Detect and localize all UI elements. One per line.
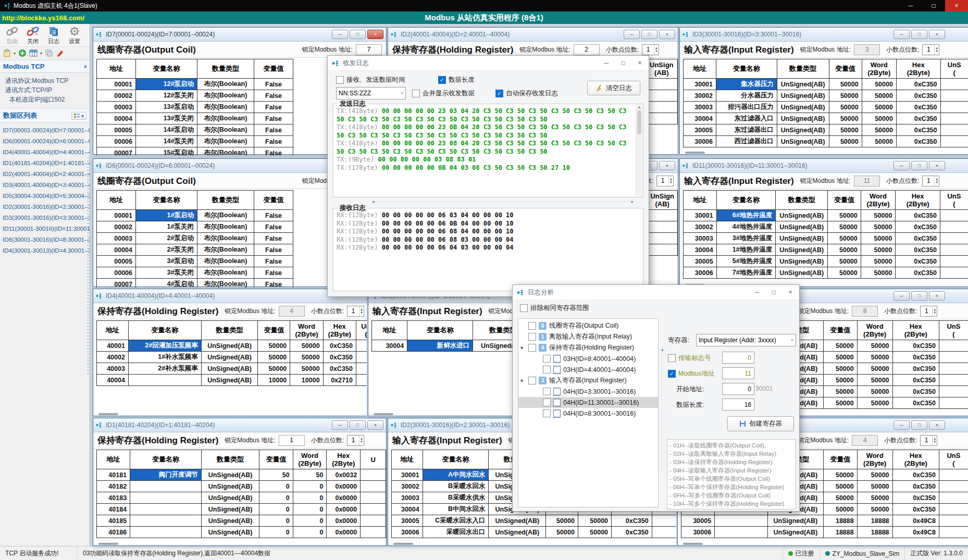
table-cell[interactable] bbox=[939, 481, 968, 492]
table-cell[interactable]: 30001 bbox=[684, 79, 716, 90]
table-cell[interactable] bbox=[939, 363, 968, 375]
table-cell[interactable]: 30005 bbox=[684, 125, 716, 136]
table-cell[interactable]: 00005 bbox=[97, 125, 136, 136]
data-area-item[interactable]: ID2(30001-30016)(ID=2:30001--30016) bbox=[1, 202, 90, 213]
column-header[interactable]: 变量值 bbox=[258, 321, 290, 340]
table-cell[interactable] bbox=[130, 504, 202, 515]
table-cell[interactable]: 0xC350 bbox=[323, 352, 356, 363]
table-cell[interactable]: False bbox=[254, 125, 293, 136]
dialog-titlebar[interactable]: 日志分析 ─□× bbox=[513, 285, 799, 300]
lock-address-value[interactable]: 7 bbox=[356, 44, 382, 55]
column-header[interactable]: 地址 bbox=[392, 450, 423, 469]
close-button[interactable]: × bbox=[929, 420, 945, 430]
table-cell[interactable]: False bbox=[254, 256, 293, 267]
table-cell[interactable]: 30002 bbox=[684, 90, 716, 102]
checkbox-icon[interactable] bbox=[543, 399, 551, 406]
table-cell[interactable]: 0xC350 bbox=[892, 386, 939, 397]
table-cell[interactable] bbox=[940, 102, 968, 113]
column-header[interactable]: Word(2Byte) bbox=[857, 321, 892, 340]
table-cell[interactable]: 0xC350 bbox=[896, 125, 940, 136]
data-length-checkbox[interactable]: ✓数据长度 bbox=[438, 76, 475, 84]
table-cell[interactable]: 50000 bbox=[578, 527, 611, 538]
column-header[interactable]: 变量值 bbox=[254, 59, 293, 79]
table-cell[interactable]: 50000 bbox=[857, 397, 892, 409]
table-cell[interactable]: 50000 bbox=[829, 125, 862, 136]
column-header[interactable]: UnS( bbox=[940, 59, 968, 79]
table-cell[interactable]: 50000 bbox=[258, 340, 290, 352]
data-length-value[interactable]: 16 bbox=[722, 399, 754, 410]
table-cell[interactable]: UnSigned(AB) bbox=[201, 481, 259, 492]
column-header[interactable]: Hex(2Byte) bbox=[892, 321, 939, 340]
column-header[interactable]: UnS( bbox=[939, 450, 968, 469]
table-cell[interactable]: 00004 bbox=[97, 113, 136, 125]
table-cell[interactable]: UnSigned(AB) bbox=[768, 527, 823, 538]
close-button[interactable]: × bbox=[659, 30, 675, 39]
paste-dropdown-icon[interactable]: ▾ bbox=[14, 51, 16, 56]
table-cell[interactable]: UnSigned(AB) bbox=[201, 363, 258, 375]
column-header[interactable]: Word(2Byte) bbox=[861, 191, 896, 210]
data-area-item[interactable]: ID4(40001-40004)(ID=4:40001--40004) bbox=[1, 147, 90, 158]
table-cell[interactable] bbox=[652, 527, 677, 538]
table-cell[interactable]: 15#泵启动 bbox=[136, 147, 197, 156]
data-area-item[interactable]: ID3(30001-30016)(ID=3:30001--30016) bbox=[1, 213, 90, 223]
horizontal-scrollbar[interactable] bbox=[374, 413, 393, 415]
column-header[interactable]: 变量值 bbox=[259, 450, 293, 469]
horizontal-scrollbar[interactable] bbox=[98, 543, 118, 545]
table-cell[interactable] bbox=[940, 256, 968, 267]
table-cell[interactable]: 50000 bbox=[828, 210, 861, 221]
table-cell[interactable]: 50000 bbox=[828, 244, 861, 256]
table-cell[interactable]: 30006 bbox=[684, 136, 716, 147]
table-cell[interactable]: 4#泵启动 bbox=[136, 279, 197, 288]
table-cell[interactable]: 00007 bbox=[97, 147, 136, 156]
checkbox-icon[interactable] bbox=[528, 344, 536, 352]
table-cell[interactable]: 50000 bbox=[862, 113, 896, 125]
app-minimize-button[interactable]: ─ bbox=[899, 0, 922, 11]
table-cell[interactable] bbox=[940, 125, 968, 136]
settings-button[interactable]: 设置 bbox=[65, 26, 84, 45]
table-cell[interactable]: 00006 bbox=[97, 267, 136, 279]
table-cell[interactable]: 30004 bbox=[684, 113, 716, 125]
start-address-value[interactable]: 0 bbox=[722, 383, 754, 395]
log-splitter[interactable]: ▴▴ bbox=[373, 200, 633, 203]
tree-item[interactable]: 03H(ID=8:40001--40004) bbox=[518, 353, 658, 364]
table-cell[interactable]: 0xC350 bbox=[892, 352, 939, 363]
column-header[interactable]: Hex(2Byte) bbox=[896, 59, 940, 79]
table-cell[interactable]: 50000 bbox=[828, 256, 861, 267]
tree-item[interactable]: ▾4保持寄存器(Holding Register) bbox=[518, 342, 658, 353]
table-cell[interactable] bbox=[715, 515, 768, 527]
table-cell[interactable]: 布尔(Boolean) bbox=[197, 113, 254, 125]
table-cell[interactable]: 40003 bbox=[97, 363, 129, 375]
column-header[interactable]: 数量类型 bbox=[776, 191, 828, 210]
sidebar-splitter[interactable] bbox=[87, 156, 90, 375]
table-cell[interactable]: 西过滤器出口 bbox=[716, 136, 777, 147]
column-header[interactable]: 数量类型 bbox=[777, 59, 829, 79]
table-cell[interactable]: 0xC350 bbox=[892, 481, 939, 492]
minimize-button[interactable]: ─ bbox=[893, 161, 910, 170]
horizontal-scrollbar[interactable] bbox=[98, 413, 118, 415]
table-cell[interactable]: UnSigned(AB) bbox=[777, 90, 829, 102]
column-header[interactable]: Word(2Byte) bbox=[290, 321, 323, 340]
table-cell[interactable]: 0xC350 bbox=[896, 102, 940, 113]
table-cell[interactable]: UnSigned(AB) bbox=[777, 125, 829, 136]
table-cell[interactable]: 0x49C8 bbox=[892, 515, 939, 527]
table-cell[interactable]: 18888 bbox=[823, 515, 857, 527]
close-button[interactable]: × bbox=[367, 30, 383, 39]
table-cell[interactable]: 0xC350 bbox=[892, 469, 939, 481]
column-header[interactable]: UnS( bbox=[940, 191, 968, 210]
table-cell[interactable] bbox=[647, 233, 678, 244]
table-cell[interactable]: 10000 bbox=[290, 375, 323, 386]
data-area-item[interactable]: ID5(30004-30004)(ID=5:30004--30004) bbox=[1, 191, 90, 202]
table-cell[interactable]: 18888 bbox=[857, 527, 892, 538]
table-cell[interactable] bbox=[361, 469, 386, 481]
table-cell[interactable]: 布尔(Boolean) bbox=[197, 256, 254, 267]
app-maximize-button[interactable]: □ bbox=[922, 0, 945, 11]
maximize-button[interactable]: □ bbox=[911, 420, 927, 430]
table-cell[interactable] bbox=[939, 386, 968, 397]
table-cell[interactable]: 50000 bbox=[861, 210, 896, 221]
table-cell[interactable]: UnSigned(AB) bbox=[776, 256, 828, 267]
table-cell[interactable]: 50000 bbox=[857, 504, 892, 515]
minimize-button[interactable]: ─ bbox=[332, 420, 348, 430]
table-cell[interactable]: 50000 bbox=[823, 504, 857, 515]
minimize-button[interactable]: ─ bbox=[893, 420, 910, 430]
table-cell[interactable]: 50000 bbox=[823, 397, 857, 409]
